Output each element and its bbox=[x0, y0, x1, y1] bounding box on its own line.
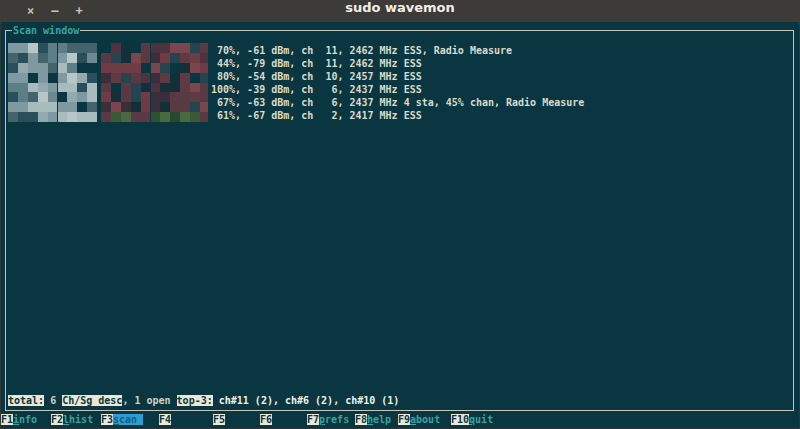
mosaic-cell bbox=[38, 73, 48, 83]
mosaic-cell bbox=[18, 102, 28, 112]
scan-status-line: total: 6 Ch/Sg desc, 1 open top-3: ch#11… bbox=[8, 394, 399, 407]
status-segment: ch#11 (2), ch#6 (2), ch#10 (1) bbox=[213, 395, 400, 406]
mosaic-cell bbox=[131, 112, 141, 122]
mosaic-cell bbox=[101, 63, 111, 73]
mosaic-cell bbox=[180, 63, 190, 73]
mosaic-cell bbox=[200, 83, 208, 93]
mosaic-cell bbox=[87, 92, 97, 102]
mosaic-cell bbox=[18, 92, 28, 102]
fkey-f2[interactable]: F2lhist bbox=[51, 413, 93, 426]
mosaic-cell bbox=[48, 73, 58, 83]
mosaic-cell bbox=[121, 102, 131, 112]
fkey-f4[interactable]: F4 bbox=[159, 413, 171, 426]
mosaic-cell bbox=[77, 63, 87, 73]
fkey-label: quit bbox=[469, 414, 493, 425]
mosaic-cell bbox=[170, 53, 180, 63]
function-key-bar: F1infoF2lhistF3scanF4F5F6F7prefsF8helpF9… bbox=[1, 413, 799, 428]
mosaic-cell bbox=[101, 102, 111, 112]
mosaic-cell bbox=[48, 63, 58, 73]
mosaic-cell bbox=[48, 112, 58, 122]
fkey-f9[interactable]: F9about bbox=[398, 413, 440, 426]
mosaic-cell bbox=[87, 102, 97, 112]
window-title: sudo wavemon bbox=[0, 0, 800, 22]
mosaic-cell bbox=[18, 53, 28, 63]
mosaic-cell bbox=[18, 63, 28, 73]
mosaic-cell bbox=[67, 112, 77, 122]
mosaic-cell bbox=[101, 73, 111, 83]
mosaic-cell bbox=[18, 43, 28, 53]
scan-result-row: 61%, -67 dBm, ch 2, 2417 MHz ESS bbox=[211, 109, 584, 122]
mosaic-cell bbox=[190, 43, 200, 53]
scan-result-row: 67%, -63 dBm, ch 6, 2437 MHz 4 sta, 45% … bbox=[211, 96, 584, 109]
mosaic-cell bbox=[48, 53, 58, 63]
mosaic-cell bbox=[131, 43, 141, 53]
mosaic-cell bbox=[151, 112, 161, 122]
mosaic-cell bbox=[111, 83, 121, 93]
mosaic-cell bbox=[160, 112, 170, 122]
fkey-f1[interactable]: F1info bbox=[1, 413, 37, 426]
fkey-f3[interactable]: F3scan bbox=[101, 413, 143, 426]
mosaic-cell bbox=[38, 112, 48, 122]
mosaic-cell bbox=[151, 73, 161, 83]
fkey-badge: F10 bbox=[451, 414, 469, 425]
fkey-f8[interactable]: F8help bbox=[355, 413, 391, 426]
mosaic-cell bbox=[28, 63, 38, 73]
mosaic-cell bbox=[200, 92, 208, 102]
mosaic-cell bbox=[18, 83, 28, 93]
mosaic-cell bbox=[170, 63, 180, 73]
mosaic-cell bbox=[77, 102, 87, 112]
mosaic-cell bbox=[141, 73, 151, 83]
mosaic-cell bbox=[8, 112, 18, 122]
mosaic-cell bbox=[180, 92, 190, 102]
fkey-f7[interactable]: F7prefs bbox=[307, 413, 349, 426]
mosaic-cell bbox=[87, 63, 97, 73]
mosaic-cell bbox=[58, 63, 68, 73]
mosaic-cell bbox=[67, 102, 77, 112]
mosaic-cell bbox=[58, 92, 68, 102]
fkey-f6[interactable]: F6 bbox=[260, 413, 272, 426]
mosaic-cell bbox=[48, 102, 58, 112]
mosaic-cell bbox=[111, 102, 121, 112]
mosaic-cell bbox=[67, 73, 77, 83]
mosaic-cell bbox=[141, 102, 151, 112]
mosaic-cell bbox=[28, 112, 38, 122]
mosaic-cell bbox=[160, 102, 170, 112]
mosaic-cell bbox=[160, 83, 170, 93]
mosaic-cell bbox=[170, 102, 180, 112]
redacted-mac-block bbox=[101, 43, 208, 122]
mosaic-cell bbox=[87, 53, 97, 63]
mosaic-cell bbox=[48, 43, 58, 53]
mosaic-cell bbox=[8, 92, 18, 102]
mosaic-cell bbox=[121, 73, 131, 83]
fkey-label: help bbox=[367, 414, 391, 425]
mosaic-cell bbox=[170, 43, 180, 53]
mosaic-cell bbox=[151, 63, 161, 73]
mosaic-cell bbox=[170, 92, 180, 102]
mosaic-cell bbox=[111, 73, 121, 83]
mosaic-cell bbox=[8, 53, 18, 63]
mosaic-cell bbox=[200, 43, 208, 53]
mosaic-cell bbox=[111, 53, 121, 63]
fkey-f5[interactable]: F5 bbox=[213, 413, 225, 426]
fkey-label: info bbox=[13, 414, 37, 425]
mosaic-cell bbox=[151, 92, 161, 102]
mosaic-cell bbox=[141, 53, 151, 63]
mosaic-cell bbox=[121, 53, 131, 63]
status-segment: Ch/Sg desc bbox=[62, 395, 122, 406]
mosaic-cell bbox=[28, 83, 38, 93]
mosaic-cell bbox=[101, 112, 111, 122]
fkey-f10[interactable]: F10quit bbox=[451, 413, 493, 426]
mosaic-cell bbox=[77, 43, 87, 53]
mosaic-cell bbox=[180, 53, 190, 63]
mosaic-cell bbox=[131, 102, 141, 112]
mosaic-cell bbox=[180, 102, 190, 112]
mosaic-cell bbox=[180, 83, 190, 93]
mosaic-cell bbox=[77, 83, 87, 93]
mosaic-cell bbox=[190, 53, 200, 63]
fkey-badge: F4 bbox=[159, 414, 171, 425]
mosaic-cell bbox=[101, 83, 111, 93]
mosaic-cell bbox=[77, 92, 87, 102]
mosaic-cell bbox=[131, 73, 141, 83]
mosaic-cell bbox=[180, 112, 190, 122]
mosaic-cell bbox=[190, 73, 200, 83]
